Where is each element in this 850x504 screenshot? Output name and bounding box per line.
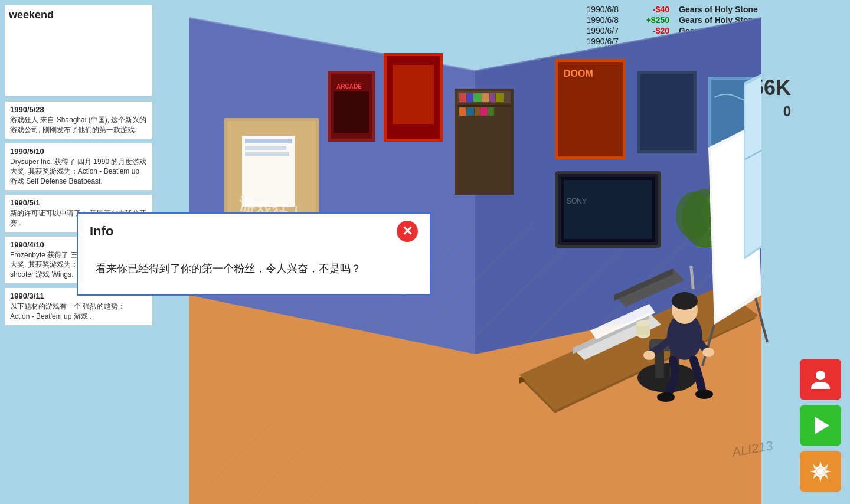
svg-rect-21 xyxy=(334,91,369,133)
svg-rect-15 xyxy=(245,139,292,143)
settings-button[interactable] xyxy=(800,451,841,492)
svg-rect-36 xyxy=(473,93,482,102)
svg-text:DOOM: DOOM xyxy=(564,68,593,78)
news-date: 1990/5/1 xyxy=(10,198,147,207)
svg-rect-16 xyxy=(245,146,286,150)
news-date: 1990/5/10 xyxy=(10,147,147,156)
svg-point-87 xyxy=(816,371,825,380)
info-dialog: Info ✕ 看来你已经得到了你的第一个粉丝，令人兴奋，不是吗？ xyxy=(77,212,431,296)
news-date: 1990/5/28 xyxy=(10,105,147,114)
svg-rect-45 xyxy=(488,107,494,116)
svg-rect-42 xyxy=(466,107,474,116)
svg-rect-43 xyxy=(475,107,480,116)
svg-rect-39 xyxy=(496,93,504,102)
news-text: 以下题材的游戏有一个 强烈的趋势： Action - Beat'em up 游戏… xyxy=(10,302,147,322)
svg-rect-32 xyxy=(455,89,514,195)
svg-rect-29 xyxy=(640,74,694,150)
weekend-box: weekend xyxy=(5,5,152,96)
svg-point-91 xyxy=(818,469,823,474)
news-item: 1990/5/10 Drysuper Inc. 获得了 四月 1990 的月度游… xyxy=(5,143,152,191)
svg-point-79 xyxy=(643,351,655,360)
right-sidebar xyxy=(791,0,850,504)
svg-point-80 xyxy=(702,348,714,357)
svg-point-63 xyxy=(676,192,711,239)
svg-rect-40 xyxy=(457,105,511,107)
info-dialog-header: Info ✕ xyxy=(78,214,430,249)
svg-rect-38 xyxy=(489,93,495,102)
news-text: Drysuper Inc. 获得了 四月 1990 的月度游戏大奖, 其获奖游戏… xyxy=(10,157,147,186)
svg-text:ARCADE: ARCADE xyxy=(336,83,362,90)
svg-rect-50 xyxy=(564,180,652,239)
close-button[interactable]: ✕ xyxy=(397,221,418,242)
info-dialog-body: 看来你已经得到了你的第一个粉丝，令人兴奋，不是吗？ xyxy=(78,249,430,294)
svg-rect-34 xyxy=(459,93,466,102)
svg-point-82 xyxy=(695,390,713,399)
play-button[interactable] xyxy=(800,405,841,446)
svg-point-86 xyxy=(636,320,650,326)
svg-rect-41 xyxy=(459,107,466,116)
svg-rect-17 xyxy=(245,152,289,156)
svg-point-81 xyxy=(657,392,675,402)
profile-button[interactable] xyxy=(800,359,841,400)
svg-rect-24 xyxy=(393,65,434,124)
svg-rect-37 xyxy=(482,93,489,102)
svg-rect-35 xyxy=(467,93,473,102)
dialog-title: Info xyxy=(90,224,113,239)
svg-marker-88 xyxy=(815,417,829,434)
news-item: 1990/5/28 游戏狂人 来自 Shanghai (中国), 这个新兴的游戏… xyxy=(5,101,152,139)
news-text: 游戏狂人 来自 Shanghai (中国), 这个新兴的游戏公司, 刚刚发布了他… xyxy=(10,115,147,135)
svg-rect-44 xyxy=(480,107,488,116)
svg-marker-69 xyxy=(745,77,761,257)
svg-point-78 xyxy=(672,292,698,310)
weekend-label: weekend xyxy=(9,9,148,21)
